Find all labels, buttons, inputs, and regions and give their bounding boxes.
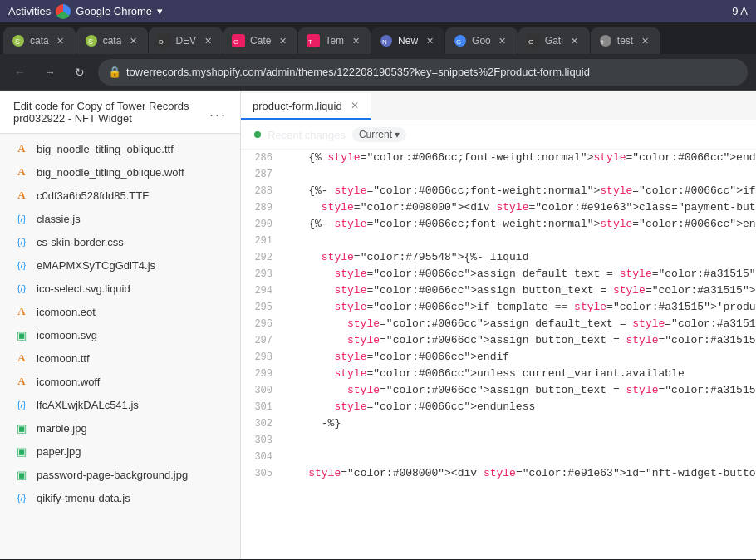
code-line[interactable]: 299 style="color:#0066cc">unless current… [241, 366, 756, 382]
file-name-label: ico-select.svg.liquid [37, 282, 130, 295]
line-content: {% style="color:#0066cc;font-weight:norm… [282, 150, 756, 166]
tab-test[interactable]: t test ✕ [591, 27, 660, 54]
sidebar-item[interactable]: {/}eMAPMXSyTCgGdiT4.js [0, 253, 240, 277]
breadcrumb-menu-button[interactable]: ... [209, 103, 227, 120]
line-number: 296 [241, 316, 282, 332]
svg-text:C: C [233, 38, 238, 46]
sidebar-item[interactable]: Aicomoon.woff [0, 370, 240, 393]
line-number: 288 [241, 183, 282, 199]
file-type-icon: A [13, 189, 30, 202]
cate-icon: C [232, 34, 245, 47]
file-name-label: icomoon.eot [37, 306, 96, 318]
breadcrumb-bar: Edit code for Copy of Tower Records prd0… [0, 91, 240, 134]
refresh-button[interactable]: ↻ [68, 61, 91, 84]
tab-cata2[interactable]: S cata ✕ [76, 27, 149, 54]
chrome-dropdown-icon[interactable]: ▾ [157, 5, 163, 17]
code-line[interactable]: 301 style="color:#0066cc">endunless [241, 399, 756, 415]
sidebar-item[interactable]: Abig_noodle_titling_oblique.woff [0, 160, 240, 184]
file-name-label: icomoon.ttf [37, 352, 90, 365]
line-content: style="color:#0066cc">assign button_text… [282, 282, 756, 299]
editor-tab-label: product-form.liquid [253, 100, 342, 112]
sidebar-item[interactable]: Aicomoon.eot [0, 300, 240, 323]
sidebar-item[interactable]: ▣password-page-background.jpg [0, 463, 240, 486]
tab-label-cate: Cate [250, 35, 271, 47]
tab-close-gati[interactable]: ✕ [568, 34, 582, 47]
sidebar-item[interactable]: Abig_noodle_titling_oblique.ttf [0, 137, 240, 160]
sidebar-item[interactable]: {/}lfcAXLwjkDALc541.js [0, 393, 240, 416]
code-line[interactable]: 293 style="color:#0066cc">assign default… [241, 266, 756, 282]
code-line[interactable]: 304 [241, 449, 756, 465]
code-line[interactable]: 297 style="color:#0066cc">assign button_… [241, 332, 756, 349]
tab-gati[interactable]: G Gati ✕ [518, 27, 590, 54]
sidebar-item[interactable]: {/}qikify-tmenu-data.js [0, 486, 240, 509]
activities-label[interactable]: Activities [8, 5, 51, 17]
tab-tem[interactable]: T Tem ✕ [298, 27, 371, 54]
tab-cata1[interactable]: S cata ✕ [3, 27, 76, 54]
sidebar-item[interactable]: {/}ico-select.svg.liquid [0, 277, 240, 300]
system-bar: Activities Google Chrome ▾ 9 A [0, 0, 756, 22]
file-type-icon: A [13, 165, 30, 179]
sidebar-item[interactable]: ▣marble.jpg [0, 416, 240, 440]
code-line[interactable]: 288 {%- style="color:#0066cc;font-weight… [241, 183, 756, 199]
code-line[interactable]: 291 [241, 233, 756, 249]
line-content: style="color:#0066cc">endif [282, 349, 756, 366]
sidebar-item[interactable]: ▣icomoon.svg [0, 323, 240, 346]
tab-close-cata1[interactable]: ✕ [54, 34, 67, 47]
tab-close-new[interactable]: ✕ [423, 34, 436, 47]
current-badge[interactable]: Current ▾ [352, 127, 406, 142]
tab-close-cata2[interactable]: ✕ [126, 34, 140, 47]
code-line[interactable]: 289 style="color:#008000"><div style="co… [241, 199, 756, 216]
tab-cate[interactable]: C Cate ✕ [223, 27, 297, 54]
sidebar-item[interactable]: {/}cs-skin-border.css [0, 230, 240, 253]
sidebar-item[interactable]: ▣paper.jpg [0, 440, 240, 463]
editor-tab-product-form[interactable]: product-form.liquid ✕ [241, 93, 371, 120]
code-line[interactable]: 292 style="color:#795548">{%- liquid [241, 249, 756, 266]
sidebar-file-list: Abig_noodle_titling_oblique.ttfAbig_nood… [0, 134, 240, 559]
tab-close-cate[interactable]: ✕ [276, 34, 289, 47]
file-name-label: cs-skin-border.css [37, 236, 124, 248]
code-line[interactable]: 286 {% style="color:#0066cc;font-weight:… [241, 150, 756, 166]
dev-icon: D [157, 34, 170, 47]
code-line[interactable]: 287 [241, 166, 756, 183]
code-line[interactable]: 295 style="color:#0066cc">if template ==… [241, 299, 756, 316]
line-content [282, 166, 756, 183]
code-line[interactable]: 305 style="color:#008000"><div style="co… [241, 465, 756, 482]
line-content: style="color:#0066cc">endunless [282, 399, 756, 415]
tab-dev[interactable]: D DEV ✕ [149, 27, 223, 54]
code-line[interactable]: 303 [241, 432, 756, 449]
editor-tab-close[interactable]: ✕ [351, 100, 359, 111]
code-line[interactable]: 290 {%- style="color:#0066cc;font-weight… [241, 216, 756, 233]
code-line[interactable]: 294 style="color:#0066cc">assign button_… [241, 282, 756, 299]
back-button[interactable]: ← [8, 61, 32, 84]
file-type-icon: A [13, 305, 30, 318]
tab-close-goo[interactable]: ✕ [496, 34, 509, 47]
sidebar-item[interactable]: {/}classie.js [0, 207, 240, 230]
file-name-label: big_noodle_titling_oblique.woff [37, 166, 184, 179]
code-line[interactable]: 302 -%} [241, 415, 756, 432]
sidebar-item[interactable]: Aicomoon.ttf [0, 346, 240, 370]
svg-text:T: T [308, 38, 312, 46]
sidebar-item[interactable]: Ac0df3a6b528fdd85.TTF [0, 184, 240, 207]
tab-close-test[interactable]: ✕ [638, 34, 651, 47]
url-text[interactable]: towerrecords.myshopify.com/admin/themes/… [126, 66, 738, 78]
address-bar[interactable]: 🔒 towerrecords.myshopify.com/admin/theme… [98, 59, 748, 86]
tab-new[interactable]: N New ✕ [371, 27, 444, 54]
line-content: -%} [282, 415, 756, 432]
svg-text:S: S [15, 37, 20, 46]
line-number: 301 [241, 399, 282, 415]
code-editor[interactable]: 286 {% style="color:#0066cc;font-weight:… [241, 150, 756, 559]
code-line[interactable]: 296 style="color:#0066cc">assign default… [241, 316, 756, 332]
new-icon: N [380, 34, 393, 47]
code-line[interactable]: 298 style="color:#0066cc">endif [241, 349, 756, 366]
tab-close-tem[interactable]: ✕ [349, 34, 362, 47]
file-name-label: eMAPMXSyTCgGdiT4.js [37, 259, 155, 272]
current-dropdown-icon[interactable]: ▾ [395, 129, 400, 140]
tab-goo[interactable]: G Goo ✕ [445, 27, 518, 54]
line-content: {%- style="color:#0066cc;font-weight:nor… [282, 183, 756, 199]
tab-close-dev[interactable]: ✕ [201, 34, 214, 47]
line-number: 290 [241, 216, 282, 233]
forward-button[interactable]: → [38, 61, 61, 84]
file-type-icon: {/} [13, 237, 30, 247]
code-line[interactable]: 300 style="color:#0066cc">assign button_… [241, 382, 756, 399]
file-name-label: classie.js [37, 213, 81, 225]
